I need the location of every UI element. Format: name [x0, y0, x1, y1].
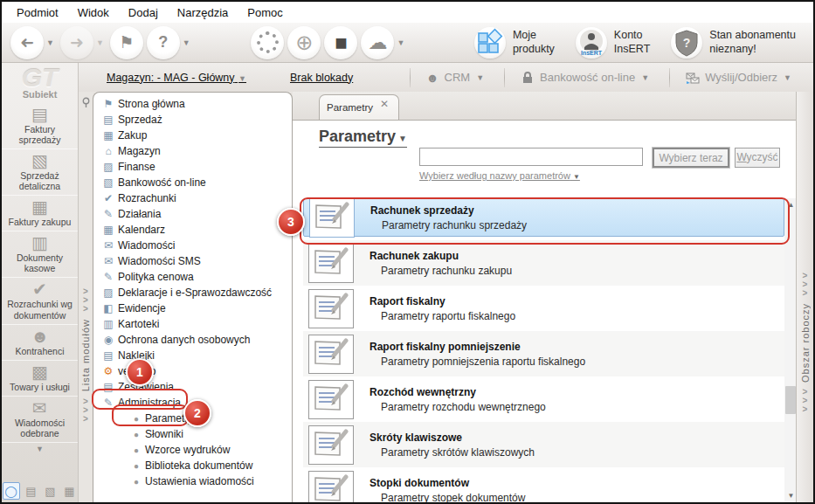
parameter-subtitle: Parametry raportu fiskalnego [381, 309, 515, 323]
tree-item-słowniki[interactable]: ●Słowniki [93, 426, 292, 442]
chevron-right-icon[interactable]: > [803, 405, 808, 414]
account-button-label: Konto InsERT [614, 29, 650, 56]
pin-icon[interactable] [81, 97, 91, 108]
tree-item-sprzedaż[interactable]: ▤Sprzedaż [93, 112, 292, 128]
sidebar-more-button[interactable]: ▼ [36, 445, 44, 453]
sync-button[interactable] [251, 26, 284, 59]
tree-item-zakup[interactable]: ▦Zakup [93, 128, 292, 143]
menu-item-narzędzia[interactable]: Narzędzia [168, 3, 238, 22]
close-icon[interactable]: ✕ [380, 98, 389, 110]
tree-item-bankowość-on-line[interactable]: ▧Bankowość on-line [93, 175, 292, 190]
parameter-search-input[interactable] [419, 148, 643, 166]
chevron-right-icon[interactable]: > [803, 289, 808, 298]
sidebar-module-towary-i-usługi[interactable]: ▩Towary i usługi [2, 361, 78, 397]
tree-item-działania[interactable]: ✎Działania [93, 206, 292, 222]
tree-item-finanse[interactable]: ▨Finanse [93, 159, 292, 175]
chevron-right-icon[interactable]: > [83, 305, 88, 314]
sidebar-module-faktury-sprzedaży[interactable]: ▤Faktury sprzedaży [2, 103, 78, 149]
tree-item-wzorce-wydruków[interactable]: ●Wzorce wydruków [93, 442, 292, 458]
parameter-subtitle: Parametry pomniejszenia raportu fiskalne… [381, 355, 585, 369]
inbox-icon: ✉ [3, 399, 77, 418]
send-receive-button[interactable]: Wyślij/Odbierz▼ [686, 71, 796, 85]
workspace-strip[interactable]: >>> Obszar roboczy >>> [796, 92, 813, 502]
flag-button[interactable]: ⚑ [110, 26, 143, 59]
menu-item-dodaj[interactable]: Dodaj [119, 3, 168, 22]
purchase-mini-icon[interactable]: ▦ [62, 483, 78, 499]
subiekt-mini-icon[interactable]: ◯ [3, 482, 20, 500]
tab-parametry[interactable]: Parametry ✕ [319, 94, 399, 120]
tree-item-label: Finanse [118, 161, 155, 173]
sidebar-module-faktury-zakupu[interactable]: ▦Faktury zakupu [2, 196, 78, 231]
tree-item-zestawienia[interactable]: ▤Zestawienia [93, 379, 292, 395]
parameter-row-rozchód-wewnętrzny[interactable]: Rozchód wewnętrznyParametry rozchodu wew… [303, 380, 784, 418]
tree-item-wiadomości-sms[interactable]: ✉Wiadomości SMS [93, 253, 292, 269]
labels-icon: ▤ [100, 349, 116, 362]
tree-item-wiadomości[interactable]: ✉Wiadomości [93, 238, 292, 253]
chevron-down-icon[interactable]: ▼ [476, 73, 484, 82]
menu-item-podmiot[interactable]: Podmiot [7, 3, 68, 22]
sidebar-module-wiadomości-odebrane[interactable]: ✉Wiadomości odebrane [2, 397, 78, 443]
select-now-button[interactable]: Wybierz teraz [653, 148, 729, 168]
parameter-row-skróty-klawiszowe[interactable]: Skróty klawiszoweParametry skrótów klawi… [303, 425, 784, 464]
chevron-down-icon[interactable]: ▼ [641, 73, 649, 82]
chevron-right-icon[interactable]: > [83, 415, 88, 424]
menu-item-pomoc[interactable]: Pomoc [238, 3, 292, 22]
cloud-button[interactable]: ☁ [361, 26, 394, 59]
back-button[interactable]: ➜ [10, 26, 44, 59]
sidebar-module-rozrachunki-wg-dokumentów[interactable]: ✔Rozrachunki wg dokumentów [2, 278, 78, 324]
parameter-subtitle: Parametry rachunku zakupu [381, 264, 512, 278]
magazyn-selector[interactable]: Magazyn: - MAG - Główny ▼ [107, 72, 251, 84]
sidebar-module-kontrahenci[interactable]: ☻Kontrahenci [2, 325, 78, 361]
subscription-button[interactable]: ?Stan abonamentu nieznany! [671, 27, 796, 59]
parameter-row-stopki-dokumentów[interactable]: Stopki dokumentówParametry stopek dokume… [303, 471, 784, 502]
tree-item-ustawienia-wiadomości[interactable]: ●Ustawienia wiadomości [93, 473, 292, 489]
parameter-row-rachunek-sprzedaży[interactable]: Rachunek sprzedażyParametry rachunku spr… [303, 198, 784, 237]
scrollbar-thumb[interactable] [785, 386, 796, 414]
tree-item-ochrona-danych-osobowych[interactable]: ◉Ochrona danych osobowych [93, 332, 292, 348]
tree-item-kartoteki[interactable]: ▥Kartoteki [93, 316, 292, 332]
sidebar-module-dokumenty-kasowe[interactable]: ▥Dokumenty kasowe [2, 231, 78, 278]
purchase-invoices-icon: ▦ [3, 198, 77, 217]
tree-item-rozrachunki[interactable]: ✔Rozrachunki [93, 190, 292, 206]
tree-item-magazyn[interactable]: ⌂Magazyn [93, 143, 292, 159]
tree-item-vendero[interactable]: ⚙vendero [93, 363, 292, 379]
filter-by-name-link[interactable]: Wybierz według nazwy parametrów ▼ [419, 170, 580, 181]
globe-button[interactable]: ⊕ [287, 26, 321, 59]
help-button[interactable]: ? [147, 26, 180, 59]
banking-button[interactable]: Bankowość on-line▼ [521, 71, 653, 85]
page-title[interactable]: Parametry▼ [319, 128, 407, 148]
parameter-subtitle: Parametry skrótów klawiszowych [381, 445, 535, 459]
blokada-link[interactable]: Brak blokady [290, 72, 353, 84]
my-products-button[interactable]: Moje produkty [474, 27, 555, 59]
chevron-down-icon[interactable]: ▼ [183, 38, 190, 47]
cube-button[interactable]: ■ [324, 26, 357, 59]
parameter-row-rachunek-zakupu[interactable]: Rachunek zakupuParametry rachunku zakupu [303, 244, 784, 282]
document-pen-icon [308, 244, 354, 283]
clear-button[interactable]: Wyczyść [735, 148, 780, 168]
tree-item-kalendarz[interactable]: ▦Kalendarz [93, 222, 292, 238]
crm-button[interactable]: ☻CRM▼ [426, 71, 488, 85]
chevron-down-icon[interactable]: ▼ [784, 73, 791, 82]
tree-item-polityka-cenowa[interactable]: ✎Polityka cenowa [93, 269, 292, 285]
tree-item-deklaracje-i-e-sprawozdawczość[interactable]: ▨Deklaracje i e-Sprawozdawczość [93, 285, 292, 300]
module-label: Faktury zakupu [3, 217, 77, 227]
menu-item-widok[interactable]: Widok [68, 3, 119, 22]
tree-item-naklejki[interactable]: ▤Naklejki [93, 348, 292, 363]
chevron-down-icon[interactable]: ▼ [46, 38, 54, 47]
forward-button[interactable]: ➜ [60, 26, 93, 59]
chevron-down-icon[interactable]: ▼ [397, 38, 404, 47]
insert-account-button[interactable]: InsERTKonto InsERT [576, 27, 650, 59]
retail-mini-icon[interactable]: ▧ [43, 483, 59, 499]
tree-item-biblioteka-dokumentów[interactable]: ●Biblioteka dokumentów [93, 458, 292, 473]
parameter-row-raport-fiskalny-pomniejszenie[interactable]: Raport fiskalny pomniejszenieParametry p… [303, 335, 784, 373]
chevron-down-icon[interactable]: ▼ [96, 38, 104, 47]
sales-mini-icon[interactable]: ▤ [24, 483, 39, 499]
sidebar-module-sprzedaż-detaliczna[interactable]: ▧Sprzedaż detaliczna [2, 149, 78, 196]
parameter-subtitle: Parametry rachunku sprzedaży [382, 218, 527, 232]
document-pen-icon [309, 198, 355, 238]
tree-item-ewidencje[interactable]: ◧Ewidencje [93, 300, 292, 316]
parameter-row-raport-fiskalny[interactable]: Raport fiskalnyParametry raportu fiskaln… [303, 289, 784, 328]
annotation-step-2: 2 [183, 399, 211, 427]
tree-item-strona-główna[interactable]: ⚑Strona główna [93, 96, 292, 112]
module-list-strip[interactable]: >>> Lista modułów >>> [79, 92, 93, 502]
